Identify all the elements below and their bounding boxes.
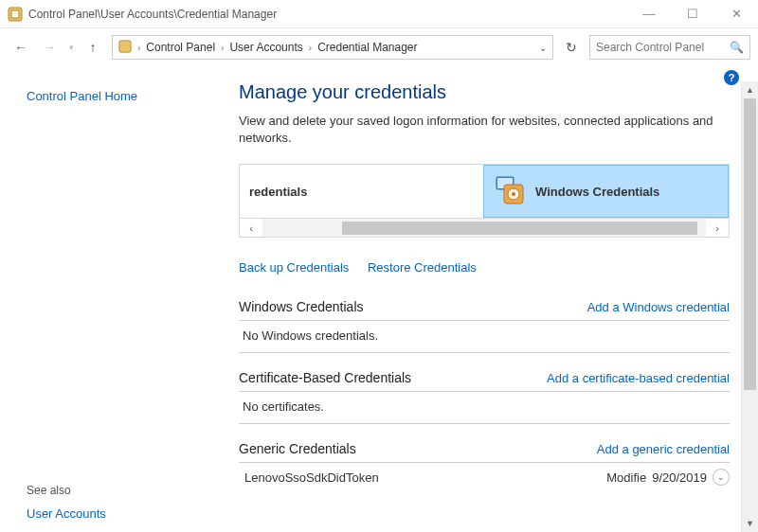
address-bar[interactable]: › Control Panel › User Accounts › Creden… <box>112 35 553 60</box>
add-cert-credential-link[interactable]: Add a certificate-based credential <box>547 371 730 385</box>
tab-windows-credentials[interactable]: Windows Credentials <box>483 165 729 218</box>
main-area: Control Panel Home See also User Account… <box>0 66 758 532</box>
tab-web-credentials[interactable]: redentials <box>240 165 483 218</box>
scroll-thumb[interactable] <box>744 98 756 390</box>
credential-modified-label: Modifie <box>606 470 646 485</box>
vertical-scrollbar[interactable]: ▲ ▼ <box>741 81 758 532</box>
control-panel-home-link[interactable]: Control Panel Home <box>27 89 214 103</box>
content-body: Manage your credentials View and delete … <box>239 81 741 532</box>
svg-rect-1 <box>11 10 19 18</box>
add-windows-credential-link[interactable]: Add a Windows credential <box>587 300 730 314</box>
generic-credential-row[interactable]: LenovoSsoSdkDidToken Modifie 9/20/2019 ⌄ <box>239 463 730 486</box>
tab-windows-label: Windows Credentials <box>535 185 659 199</box>
section-generic-credentials: Generic Credentials Add a generic creden… <box>239 430 730 491</box>
breadcrumb-sep: › <box>305 43 316 53</box>
scroll-thumb[interactable] <box>342 222 696 235</box>
credential-date: 9/20/2019 <box>652 470 707 485</box>
minimize-button[interactable]: — <box>627 0 671 27</box>
page-heading: Manage your credentials <box>239 81 730 103</box>
window-title: Control Panel\User Accounts\Credential M… <box>28 8 627 21</box>
breadcrumb-user-accounts[interactable]: User Accounts <box>227 41 304 54</box>
sidebar: Control Panel Home See also User Account… <box>0 66 231 532</box>
section-cert-credentials: Certificate-Based Credentials Add a cert… <box>239 359 730 430</box>
back-button[interactable]: ← <box>8 34 34 61</box>
search-input[interactable]: Search Control Panel 🔍 <box>589 35 750 60</box>
credential-tabs: redentials Windows Credentials <box>239 164 730 219</box>
see-also-block: See also User Accounts <box>27 484 106 521</box>
history-dropdown[interactable]: ▾ <box>64 43 78 52</box>
scroll-track[interactable] <box>742 98 758 515</box>
section-title: Generic Credentials <box>239 441 356 456</box>
user-accounts-link[interactable]: User Accounts <box>27 506 106 521</box>
cert-credentials-empty: No certificates. <box>239 392 730 424</box>
page-subtext: View and delete your saved logon informa… <box>239 113 730 147</box>
scroll-track[interactable] <box>262 219 706 237</box>
scroll-down-icon[interactable]: ▼ <box>746 515 754 532</box>
svg-rect-2 <box>119 40 131 51</box>
action-links: Back up Credentials Restore Credentials <box>239 260 730 275</box>
section-windows-credentials: Windows Credentials Add a Windows creden… <box>239 288 730 359</box>
credential-name: LenovoSsoSdkDidToken <box>244 470 606 485</box>
help-icon[interactable]: ? <box>724 70 739 85</box>
titlebar: Control Panel\User Accounts\Credential M… <box>0 0 758 28</box>
backup-credentials-link[interactable]: Back up Credentials <box>239 260 349 275</box>
breadcrumb-control-panel[interactable]: Control Panel <box>144 41 217 54</box>
section-title: Certificate-Based Credentials <box>239 370 411 385</box>
search-placeholder: Search Control Panel <box>596 41 730 54</box>
breadcrumb-sep: › <box>134 43 144 53</box>
window-buttons: — ☐ ✕ <box>627 0 758 27</box>
search-icon: 🔍 <box>730 41 744 54</box>
add-generic-credential-link[interactable]: Add a generic credential <box>597 442 730 456</box>
scroll-left-icon[interactable]: ‹ <box>240 222 262 234</box>
restore-credentials-link[interactable]: Restore Credentials <box>368 260 477 275</box>
breadcrumb-sep: › <box>217 43 227 53</box>
chevron-down-icon[interactable]: ⌄ <box>713 469 730 486</box>
windows-credentials-empty: No Windows credentials. <box>239 321 730 353</box>
control-panel-icon <box>118 40 132 56</box>
vault-icon <box>494 174 528 208</box>
close-button[interactable]: ✕ <box>714 0 758 27</box>
address-dropdown-icon[interactable]: ⌄ <box>535 43 550 53</box>
navbar: ← → ▾ ↑ › Control Panel › User Accounts … <box>0 28 758 66</box>
refresh-button[interactable]: ↻ <box>559 35 584 60</box>
tabs-horizontal-scrollbar[interactable]: ‹ › <box>239 219 730 238</box>
maximize-button[interactable]: ☐ <box>671 0 714 27</box>
scroll-up-icon[interactable]: ▲ <box>746 81 754 98</box>
scroll-right-icon[interactable]: › <box>706 222 729 234</box>
control-panel-icon <box>8 7 23 22</box>
svg-point-7 <box>512 192 515 196</box>
see-also-label: See also <box>27 484 106 497</box>
forward-button[interactable]: → <box>36 34 63 61</box>
content: Manage your credentials View and delete … <box>231 66 758 532</box>
section-title: Windows Credentials <box>239 299 364 314</box>
breadcrumb-credential-manager[interactable]: Credential Manager <box>316 41 419 54</box>
tab-web-label-fragment: redentials <box>249 185 307 199</box>
up-button[interactable]: ↑ <box>80 34 106 61</box>
